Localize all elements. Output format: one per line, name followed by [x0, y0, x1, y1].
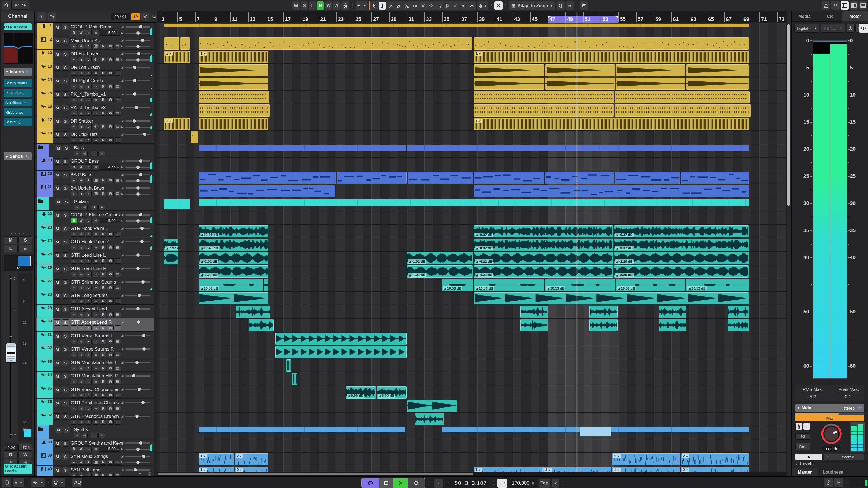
edit-channel-button[interactable]: e — [85, 218, 92, 223]
audio-event[interactable] — [616, 64, 685, 76]
read-automation-button[interactable]: R — [100, 339, 106, 344]
track-row-1[interactable]: 1MSGROUP Main DrumsRWe∞-5.00⇅◢◣ — [36, 23, 154, 36]
volume-slider[interactable]: ◢ — [125, 67, 150, 68]
hand-tool[interactable] — [435, 2, 443, 10]
control-room-gain-value[interactable]: 0.00 dB — [822, 445, 841, 452]
read-automation-button[interactable]: R — [100, 57, 106, 62]
playhead-cursor[interactable] — [577, 12, 577, 472]
record-enable-button[interactable]: ● — [70, 285, 77, 290]
pan-slider[interactable]: ◣ — [125, 180, 150, 182]
track-row-38[interactable]: 38MSGROUP Synths and KeysRWe∞-5.00⇅◢◣ — [36, 439, 154, 453]
lanes-button[interactable] — [115, 419, 121, 425]
audio-event[interactable] — [198, 64, 268, 76]
edit-channel-button[interactable]: e — [85, 325, 92, 330]
snap-button[interactable] — [494, 1, 502, 10]
left-zone-toggle[interactable] — [841, 1, 849, 10]
lanes-button[interactable] — [115, 393, 121, 398]
mute-button[interactable]: M — [54, 105, 61, 111]
write-automation-button[interactable]: W — [107, 366, 114, 371]
mute-button[interactable]: M — [54, 239, 61, 245]
pan-slider[interactable]: ◣ — [125, 449, 150, 450]
edit-channel-button[interactable]: e — [85, 124, 92, 129]
audio-event[interactable] — [520, 319, 548, 331]
record-enable-button[interactable]: ● — [70, 137, 77, 142]
lanes-button[interactable] — [115, 459, 121, 465]
time-display[interactable]: ♩ 50. 3. 3.107 — [445, 479, 489, 488]
volume-slider[interactable]: ◢ — [125, 187, 150, 189]
track-row-36[interactable]: 36MSGTR Prechorus Chords●◀︎e∞RW◢ — [36, 398, 154, 412]
solo-button[interactable]: S — [62, 252, 69, 259]
volume-slider[interactable]: ◢ — [125, 107, 150, 108]
audio-event[interactable] — [728, 306, 749, 318]
auto-scroll-button[interactable] — [341, 1, 349, 10]
read-automation-button[interactable]: R — [100, 178, 106, 183]
lanes-button[interactable] — [115, 258, 121, 263]
read-automation-button[interactable]: R — [100, 325, 106, 330]
track-row-24[interactable]: 24MSGTR Hook Palm R●◀︎e∞RW◢ — [36, 237, 154, 251]
add-track-button[interactable]: ＋ — [37, 12, 45, 21]
take-badge[interactable]: 2 ▼ — [544, 468, 552, 472]
record-enable-button[interactable]: ● — [74, 151, 80, 156]
audio-event[interactable]: 1 ▼ — [164, 51, 190, 63]
solo-button[interactable]: S — [62, 118, 69, 124]
track-row-folder-guitars[interactable]: MSGuitars●◀︎=≈ — [36, 197, 154, 211]
take-badge[interactable]: 1 ▼ — [165, 52, 173, 56]
track-row-26[interactable]: 26MSGTR Lead Line R●◀︎e∞RW◢ — [36, 264, 154, 278]
track-row-17[interactable]: 17MSDR Shaker●◀︎eRW◢◣ — [36, 117, 154, 130]
write-automation-button[interactable]: W — [107, 419, 114, 425]
lanes-button[interactable] — [115, 137, 121, 142]
channel-mute-button[interactable]: M — [4, 236, 18, 244]
audio-event[interactable] — [249, 319, 274, 331]
track-row-13[interactable]: 13MSDR Left Crash●◀︎e∞RW◢ — [36, 63, 154, 77]
record-enable-button[interactable]: ● — [70, 191, 77, 196]
lanes-button[interactable] — [115, 245, 121, 250]
track-row-18[interactable]: 18MSDR Stick Hits●◀︎e∞RW◢ — [36, 130, 154, 144]
bottom-zone-toggle[interactable] — [859, 1, 867, 10]
mute-button[interactable]: M — [54, 38, 61, 44]
line-tool[interactable] — [452, 2, 459, 10]
volume-slider[interactable]: ◢ — [125, 134, 150, 135]
record-enable-button[interactable]: ● — [70, 245, 77, 250]
insert-slot-2[interactable]: PitchShifter — [3, 89, 32, 97]
lanes-button[interactable] — [115, 124, 121, 129]
volume-slider[interactable]: ◢ — [125, 402, 150, 403]
audio-event[interactable] — [616, 77, 685, 90]
record-enable-button[interactable]: ● — [70, 70, 77, 76]
phase-coherent-button[interactable]: ≈ — [98, 205, 105, 210]
stereo-icon[interactable]: ∞ — [93, 298, 99, 304]
write-automation-button[interactable]: W — [107, 406, 114, 411]
midi-part[interactable]: 2 ▼ — [235, 453, 268, 465]
audio-event[interactable] — [728, 319, 749, 331]
track-row-31[interactable]: 31MSGTR Verse Strums L●◀︎e∞RW◢ — [36, 332, 154, 345]
solo-button[interactable]: S — [62, 91, 69, 98]
audio-event[interactable] — [407, 400, 457, 412]
write-automation-button[interactable]: W — [107, 231, 114, 237]
monitor-button[interactable]: ◀︎ — [78, 339, 84, 344]
midi-part[interactable]: 2 ▼ — [681, 467, 749, 472]
audio-event[interactable] — [474, 64, 544, 76]
write-automation-button[interactable]: W — [107, 57, 114, 62]
pan-slider[interactable]: ◣ — [125, 462, 150, 463]
mute-button[interactable]: M — [55, 427, 62, 433]
mute-button[interactable]: M — [54, 65, 61, 71]
record-enable-button[interactable]: ● — [70, 124, 77, 129]
meter-reference-dropdown[interactable]: -18 d...▼ — [821, 24, 845, 33]
solo-button[interactable]: S — [62, 105, 69, 111]
quantize-edit-button[interactable]: e — [566, 1, 574, 10]
solo-button[interactable]: S — [63, 427, 70, 433]
track-row-2[interactable]: 2MSMain Drum Kit●◀︎eRW◢◣ — [36, 36, 154, 50]
audio-event[interactable]: 1 ▼ — [198, 51, 268, 63]
write-automation-button[interactable]: W — [107, 298, 114, 304]
volume-slider[interactable]: ◢ — [125, 362, 150, 363]
track-row-35[interactable]: 35MSGTR Verse Chorus ...ar●◀︎e∞RW◢ — [36, 385, 154, 399]
write-automation-button[interactable]: W — [107, 110, 114, 116]
audio-event[interactable]: 1 ▼ — [474, 118, 749, 130]
midi-part[interactable] — [474, 37, 749, 50]
record-enable-button[interactable]: ● — [70, 298, 77, 304]
audio-event[interactable] — [474, 77, 544, 90]
edit-channel-button[interactable]: e — [85, 44, 92, 49]
group-editing-button[interactable]: = — [91, 151, 98, 156]
write-automation-button[interactable]: W — [107, 178, 114, 183]
midi-part[interactable] — [474, 185, 749, 197]
mute-button[interactable]: M — [54, 266, 61, 272]
